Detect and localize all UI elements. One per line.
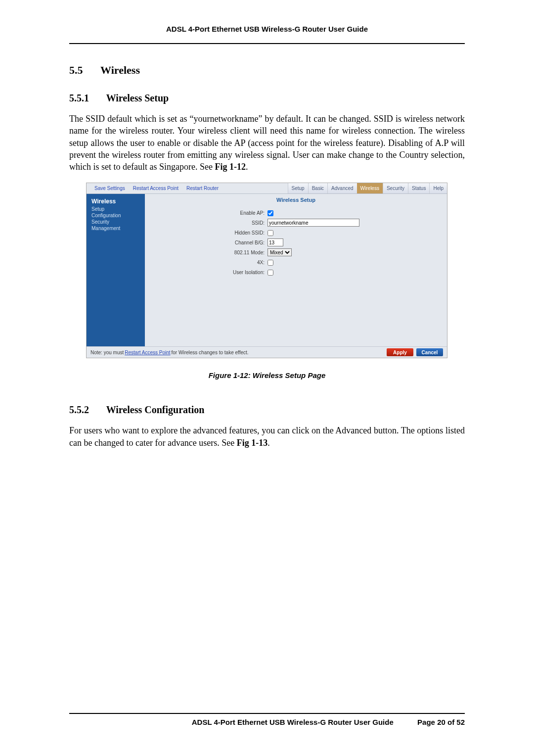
body-text-fragment: . xyxy=(267,438,270,448)
wireless-setup-form: Enable AP: SSID: Hidden SSID: Channel B/… xyxy=(209,208,447,277)
row-ssid: SSID: xyxy=(209,218,447,228)
router-top-nav: Save Settings Restart Access Point Resta… xyxy=(87,183,447,193)
tab-help[interactable]: Help xyxy=(429,183,447,193)
row-4x: 4X: xyxy=(209,257,447,267)
section-5-5-number: 5.5 xyxy=(69,64,98,77)
header-rule xyxy=(69,43,465,44)
sidebar-item-configuration[interactable]: Configuration xyxy=(91,212,140,219)
sidebar-item-management[interactable]: Management xyxy=(91,225,140,232)
label-user-isolation: User Isolation: xyxy=(209,270,267,275)
select-80211-mode[interactable]: Mixed xyxy=(267,248,292,256)
section-5-5-1-heading: 5.5.1 Wireless Setup xyxy=(69,93,465,104)
sidebar-item-security[interactable]: Security xyxy=(91,219,140,225)
router-action-links: Save Settings Restart Access Point Resta… xyxy=(87,183,222,193)
body-text-fragment: The SSID default which is set as “yourne… xyxy=(69,114,465,172)
label-mode: 802.11 Mode: xyxy=(209,250,267,255)
footer-title: ADSL 4-Port Ethernet USB Wireless-G Rout… xyxy=(192,718,394,726)
figure-1-12-router-ui: Save Settings Restart Access Point Resta… xyxy=(86,183,447,358)
router-sidebar: Wireless Setup Configuration Security Ma… xyxy=(87,194,145,346)
label-4x: 4X: xyxy=(209,260,267,265)
section-5-5-2-body: For users who want to explore the advanc… xyxy=(69,425,465,449)
save-settings-link[interactable]: Save Settings xyxy=(90,186,129,191)
input-channel[interactable] xyxy=(267,238,283,246)
router-tabs: Setup Basic Advanced Wireless Security S… xyxy=(288,183,447,193)
router-body: Wireless Setup Configuration Security Ma… xyxy=(87,193,447,346)
cancel-button[interactable]: Cancel xyxy=(416,348,443,356)
tab-security[interactable]: Security xyxy=(383,183,408,193)
row-hidden-ssid: Hidden SSID: xyxy=(209,228,447,237)
restart-access-point-link[interactable]: Restart Access Point xyxy=(129,186,182,191)
section-5-5-2-number: 5.5.2 xyxy=(69,404,104,416)
tab-basic[interactable]: Basic xyxy=(308,183,327,193)
tab-status[interactable]: Status xyxy=(408,183,429,193)
tab-advanced[interactable]: Advanced xyxy=(327,183,356,193)
section-5-5-1-number: 5.5.1 xyxy=(69,93,104,104)
section-5-5-2-heading: 5.5.2 Wireless Configuration xyxy=(69,404,465,416)
tab-wireless[interactable]: Wireless xyxy=(357,183,383,193)
document-page: ADSL 4-Port Ethernet USB Wireless-G Rout… xyxy=(0,0,534,756)
label-ssid: SSID: xyxy=(209,220,267,226)
checkbox-4x[interactable] xyxy=(267,260,273,266)
row-enable-ap: Enable AP: xyxy=(209,208,447,218)
footer-note-suffix: for Wireless changes to take effect. xyxy=(172,350,249,355)
tab-setup[interactable]: Setup xyxy=(288,183,308,193)
router-footer: Note: you must Restart Access Point for … xyxy=(87,346,447,358)
sidebar-title: Wireless xyxy=(91,198,140,205)
figure-reference-1-13: Fig 1-13 xyxy=(237,438,268,448)
footer-line: ADSL 4-Port Ethernet USB Wireless-G Rout… xyxy=(69,718,465,726)
footer-note-prefix: Note: you must xyxy=(90,350,124,355)
body-text-fragment: . xyxy=(246,162,248,172)
footer-rule xyxy=(69,713,465,714)
section-5-5-title: Wireless xyxy=(100,64,140,76)
checkbox-user-isolation[interactable] xyxy=(267,270,273,276)
apply-button[interactable]: Apply xyxy=(387,348,413,356)
row-mode: 802.11 Mode: Mixed xyxy=(209,247,447,257)
section-5-5-heading: 5.5 Wireless xyxy=(69,64,465,77)
label-hidden-ssid: Hidden SSID: xyxy=(209,230,267,236)
row-user-isolation: User Isolation: xyxy=(209,267,447,277)
footer-restart-ap-link[interactable]: Restart Access Point xyxy=(124,350,171,355)
figure-reference-1-12: Fig 1-12 xyxy=(215,162,246,172)
input-ssid[interactable] xyxy=(267,219,359,227)
section-5-5-2-title: Wireless Configuration xyxy=(106,404,205,415)
footer-page-number: Page 20 of 52 xyxy=(417,718,465,726)
checkbox-enable-ap[interactable] xyxy=(267,210,273,216)
figure-1-12-caption: Figure 1-12: Wireless Setup Page xyxy=(69,371,465,379)
row-channel: Channel B/G: xyxy=(209,237,447,247)
section-5-5-1-body: The SSID default which is set as “yourne… xyxy=(69,113,465,173)
section-5-5-1-title: Wireless Setup xyxy=(106,93,169,103)
page-footer: ADSL 4-Port Ethernet USB Wireless-G Rout… xyxy=(69,713,465,726)
sidebar-item-setup[interactable]: Setup xyxy=(91,206,140,212)
label-enable-ap: Enable AP: xyxy=(209,210,267,216)
checkbox-hidden-ssid[interactable] xyxy=(267,230,273,236)
content-title: Wireless Setup xyxy=(145,194,447,208)
restart-router-link[interactable]: Restart Router xyxy=(182,186,222,191)
page-header-title: ADSL 4-Port Ethernet USB Wireless-G Rout… xyxy=(69,25,465,43)
label-channel: Channel B/G: xyxy=(209,240,267,245)
router-content: Wireless Setup Enable AP: SSID: Hidden S… xyxy=(145,194,447,346)
